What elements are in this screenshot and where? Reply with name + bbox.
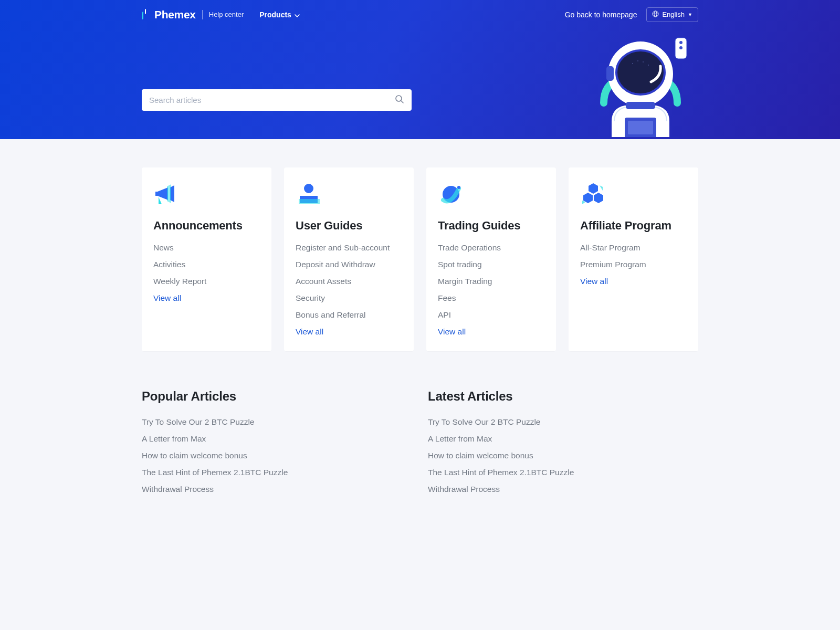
svg-point-11 xyxy=(632,63,633,64)
homepage-link[interactable]: Go back to homepage xyxy=(565,10,637,19)
svg-point-7 xyxy=(679,46,682,49)
help-center-link[interactable]: Help center xyxy=(209,10,244,18)
card-title: Affiliate Program xyxy=(580,219,687,233)
svg-rect-19 xyxy=(155,192,159,196)
article-link[interactable]: Try To Solve Our 2 BTC Puzzle xyxy=(428,417,698,427)
card-link[interactable]: Spot trading xyxy=(438,260,544,269)
card-link[interactable]: Account Assets xyxy=(296,277,402,286)
popular-articles-section: Popular Articles Try To Solve Our 2 BTC … xyxy=(142,389,412,494)
view-all-link[interactable]: View all xyxy=(580,277,687,286)
svg-point-8 xyxy=(608,41,673,107)
card-user-guides: User Guides Register and Sub-account Dep… xyxy=(284,167,414,351)
card-link[interactable]: Security xyxy=(296,293,402,303)
svg-marker-27 xyxy=(594,193,603,203)
svg-marker-26 xyxy=(583,193,593,203)
article-link[interactable]: Withdrawal Process xyxy=(428,485,698,494)
chevron-down-icon xyxy=(295,10,300,19)
svg-rect-5 xyxy=(675,38,687,59)
products-label: Products xyxy=(259,10,291,19)
svg-marker-28 xyxy=(600,185,603,191)
card-link[interactable]: Bonus and Referral xyxy=(296,310,402,320)
card-link[interactable]: News xyxy=(153,243,260,253)
view-all-link[interactable]: View all xyxy=(153,293,260,303)
logo[interactable]: Phemex xyxy=(142,8,196,21)
products-menu[interactable]: Products xyxy=(259,10,300,19)
logo-icon xyxy=(142,9,151,20)
card-link[interactable]: All-Star Program xyxy=(580,243,687,253)
triangle-down-icon: ▼ xyxy=(688,12,692,17)
svg-point-12 xyxy=(637,60,638,61)
svg-point-10 xyxy=(616,50,665,94)
svg-point-6 xyxy=(679,41,682,44)
card-link[interactable]: Premium Program xyxy=(580,260,687,269)
search-box[interactable] xyxy=(142,89,412,111)
search-icon[interactable] xyxy=(395,94,404,106)
card-link[interactable]: Trade Operations xyxy=(438,243,544,253)
card-link[interactable]: Weekly Report xyxy=(153,277,260,286)
svg-marker-25 xyxy=(589,183,598,194)
article-link[interactable]: Withdrawal Process xyxy=(142,485,412,494)
divider xyxy=(202,10,203,19)
astronaut-illustration xyxy=(583,35,698,139)
card-affiliate-program: Affiliate Program All-Star Program Premi… xyxy=(569,167,698,351)
svg-point-14 xyxy=(648,65,649,66)
language-selector[interactable]: English ▼ xyxy=(646,7,698,22)
card-link[interactable]: Deposit and Withdraw xyxy=(296,260,402,269)
planet-icon xyxy=(438,181,464,207)
view-all-link[interactable]: View all xyxy=(296,327,402,337)
megaphone-icon xyxy=(153,181,180,207)
article-link[interactable]: How to claim welcome bonus xyxy=(142,451,412,460)
article-link[interactable]: The Last Hint of Phemex 2.1BTC Puzzle xyxy=(428,468,698,477)
card-link[interactable]: Fees xyxy=(438,293,544,303)
top-bar: Phemex Help center Products Go back to h… xyxy=(142,0,698,29)
card-link[interactable]: Register and Sub-account xyxy=(296,243,402,253)
latest-articles-section: Latest Articles Try To Solve Our 2 BTC P… xyxy=(428,389,698,494)
card-link[interactable]: Activities xyxy=(153,260,260,269)
main-content: Announcements News Activities Weekly Rep… xyxy=(142,139,698,522)
article-link[interactable]: A Letter from Max xyxy=(142,434,412,444)
svg-rect-22 xyxy=(299,199,320,204)
card-title: Announcements xyxy=(153,219,260,233)
search-input[interactable] xyxy=(149,96,395,104)
section-title: Latest Articles xyxy=(428,389,698,404)
svg-rect-15 xyxy=(606,66,614,81)
card-title: Trading Guides xyxy=(438,219,544,233)
hero-section: Phemex Help center Products Go back to h… xyxy=(0,0,840,139)
svg-rect-16 xyxy=(626,102,655,109)
svg-point-20 xyxy=(304,184,313,193)
article-link[interactable]: Try To Solve Our 2 BTC Puzzle xyxy=(142,417,412,427)
card-link[interactable]: API xyxy=(438,310,544,320)
section-title: Popular Articles xyxy=(142,389,412,404)
article-link[interactable]: A Letter from Max xyxy=(428,434,698,444)
card-trading-guides: Trading Guides Trade Operations Spot tra… xyxy=(426,167,556,351)
svg-rect-18 xyxy=(628,121,653,134)
article-link[interactable]: How to claim welcome bonus xyxy=(428,451,698,460)
category-cards: Announcements News Activities Weekly Rep… xyxy=(142,167,698,351)
globe-icon xyxy=(652,10,659,19)
card-link[interactable]: Margin Trading xyxy=(438,277,544,286)
user-icon xyxy=(296,181,322,207)
svg-rect-17 xyxy=(625,118,656,137)
svg-line-4 xyxy=(401,101,403,103)
brand-text: Phemex xyxy=(154,8,196,21)
language-label: English xyxy=(662,10,685,18)
svg-point-24 xyxy=(457,186,460,189)
card-title: User Guides xyxy=(296,219,402,233)
article-link[interactable]: The Last Hint of Phemex 2.1BTC Puzzle xyxy=(142,468,412,477)
svg-point-3 xyxy=(396,96,402,101)
hexagons-icon xyxy=(580,181,606,207)
svg-point-9 xyxy=(616,50,665,94)
svg-point-13 xyxy=(643,61,644,62)
view-all-link[interactable]: View all xyxy=(438,327,544,337)
card-announcements: Announcements News Activities Weekly Rep… xyxy=(142,167,271,351)
